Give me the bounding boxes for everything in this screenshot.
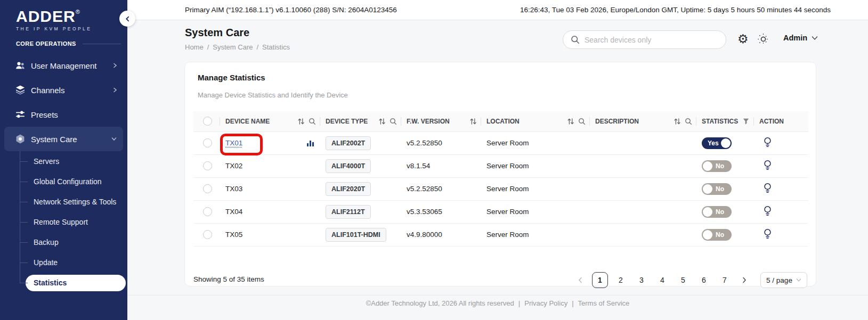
breadcrumb-statistics: Statistics [262,43,290,51]
breadcrumb-system-care[interactable]: System Care [213,43,253,51]
row-checkbox[interactable] [203,184,212,193]
lightbulb-identify-icon[interactable] [762,206,773,218]
page-button-3[interactable]: 3 [634,272,650,288]
column-search-icon[interactable] [390,118,397,125]
statistics-toggle[interactable]: No [702,229,732,241]
row-checkbox[interactable] [203,207,212,216]
sidebar-item-presets[interactable]: Presets [0,102,127,127]
registered-mark: ® [76,9,80,15]
sliders-icon [15,109,26,120]
sort-icon[interactable] [469,118,477,125]
layers-icon [15,85,26,95]
table-header-row: DEVICE NAME DEVICE TYPE F.W. VERSION LOC… [193,111,808,132]
lightbulb-identify-icon[interactable] [762,137,773,149]
sidebar-item-label: System Care [31,135,77,144]
user-menu[interactable]: Admin [783,34,818,42]
search-icon [571,35,580,44]
statistics-toggle[interactable]: No [702,160,732,172]
table-row: TX04 ALIF2112T v5.3.53065 Server Room No [193,200,808,223]
next-page-icon[interactable] [737,272,751,288]
pagination: 1 2 3 4 5 6 7 5 / page [573,272,807,288]
sidebar-section-header: CORE OPERATIONS [16,40,121,47]
filter-funnel-icon[interactable] [742,118,750,125]
terms-of-service-link[interactable]: Terms of Service [578,299,630,307]
adder-logo: ADDER® THE IP KVM PEOPLE [16,9,92,31]
sort-icon[interactable] [567,118,574,125]
statistics-toggle[interactable]: Yes [702,137,732,149]
items-summary: Showing 5 of 35 items [193,275,264,283]
privacy-policy-link[interactable]: Privacy Policy [524,299,567,307]
sidebar-item-system-care[interactable]: System Care [4,127,123,151]
sidebar-subitem-network-settings-tools[interactable]: Network Settings & Tools [0,192,127,212]
column-search-icon[interactable] [578,118,586,125]
sidebar-subitem-update[interactable]: Update [0,252,127,273]
chevron-down-icon [812,36,818,40]
search-input[interactable] [585,36,718,44]
sidebar-item-label: Presets [31,110,58,119]
page-button-6[interactable]: 6 [696,272,712,288]
footer-separator: | [518,299,520,307]
table-row: TX01 ALIF2002T v5.2.52850 Server Room Ye… [193,132,808,154]
devices-table: DEVICE NAME DEVICE TYPE F.W. VERSION LOC… [193,111,808,247]
toggle-knob [721,138,731,148]
device-name: TX04 [225,208,242,216]
lightbulb-identify-icon[interactable] [762,160,773,172]
page-size-select[interactable]: 5 / page [760,272,807,288]
column-search-icon[interactable] [685,118,692,125]
toggle-knob [703,161,712,171]
column-header-action: ACTION [759,118,784,125]
device-name-link[interactable]: TX01 [225,139,242,147]
column-header-description: DESCRIPTION [595,118,639,125]
brightness-sun-icon[interactable] [758,34,769,47]
gear-icon[interactable]: ⚙ [737,31,749,47]
sidebar-subitem-global-configuration[interactable]: Global Configuration [0,171,127,192]
page-button-1[interactable]: 1 [592,272,608,288]
toggle-knob [703,184,712,194]
row-checkbox[interactable] [203,161,212,170]
sidebar-subitem-servers[interactable]: Servers [0,151,127,171]
sidebar-collapse-button[interactable] [119,11,135,27]
sort-icon[interactable] [378,118,386,125]
card-subtitle: Manage Device Statistics and Identify th… [198,91,348,99]
sidebar: ADDER® THE IP KVM PEOPLE CORE OPERATIONS… [0,0,127,320]
row-checkbox[interactable] [203,230,212,239]
page-button-4[interactable]: 4 [654,272,670,288]
device-type-badge: ALIF101T-HDMI [326,228,386,242]
lightbulb-identify-icon[interactable] [762,228,773,241]
hexagon-nut-icon [15,134,26,144]
lightbulb-identify-icon[interactable] [762,183,773,195]
sidebar-subitem-remote-support[interactable]: Remote Support [0,212,127,232]
select-all-checkbox[interactable] [203,117,212,126]
sidebar-subitem-statistics[interactable]: Statistics [0,273,127,293]
chevron-down-icon [111,136,117,142]
sidebar-item-user-management[interactable]: User Management [0,53,127,78]
statistics-chart-icon[interactable] [306,139,315,147]
sidebar-item-channels[interactable]: Channels [0,78,127,102]
device-search-box[interactable] [563,30,726,49]
previous-page-icon[interactable] [573,272,587,288]
page-button-7[interactable]: 7 [717,272,733,288]
breadcrumb: Home/System Care/Statistics [185,43,290,51]
statistics-toggle[interactable]: No [702,183,732,195]
column-search-icon[interactable] [309,118,316,125]
topbar: Primary AIM (“192.168.1.1”) v6.1.10060 (… [127,0,868,20]
device-type-badge: ALIF2002T [326,136,371,150]
sort-icon[interactable] [297,118,305,125]
footer-divider [127,295,868,296]
table-row: TX05 ALIF101T-HDMI v4.9.80000 Server Roo… [193,223,808,246]
page-button-2[interactable]: 2 [613,272,629,288]
sidebar-subitem-backup[interactable]: Backup [0,232,127,252]
sort-icon[interactable] [674,118,681,125]
breadcrumb-separator: / [256,43,258,51]
column-header-location: LOCATION [486,118,520,125]
chevron-right-icon [112,87,118,93]
logo-text: ADDER [16,7,76,25]
device-type-badge: ALIF2020T [326,182,371,196]
statistics-toggle[interactable]: No [702,206,732,218]
fw-version: v5.2.52850 [407,185,442,193]
fw-version: v5.2.52850 [407,139,442,147]
toggle-knob [703,230,712,240]
page-button-5[interactable]: 5 [675,272,691,288]
breadcrumb-home[interactable]: Home [185,43,204,51]
row-checkbox[interactable] [203,138,212,147]
